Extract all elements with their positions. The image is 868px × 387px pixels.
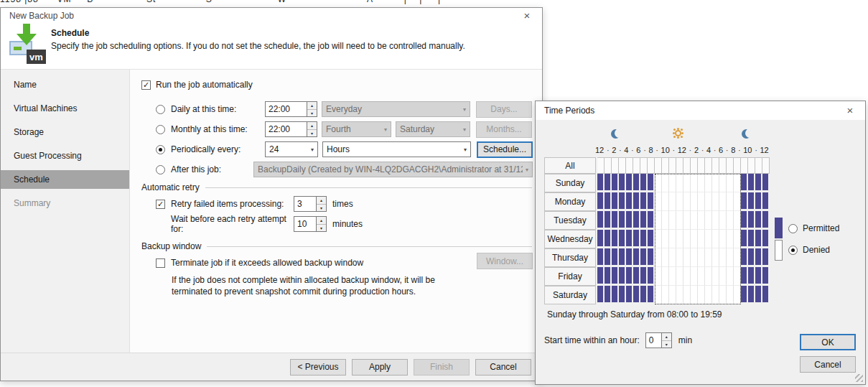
grid-cell[interactable] [662,248,669,267]
grid-cell[interactable] [648,157,655,174]
sidebar-item-guest-processing[interactable]: Guest Processing [1,146,129,165]
grid-cell[interactable] [648,286,655,304]
grid-cell[interactable] [719,248,727,267]
grid-cell[interactable] [640,248,648,267]
close-icon[interactable]: × [844,104,857,117]
grid-cell[interactable] [741,286,748,304]
spin-down-icon[interactable]: ▾ [307,129,317,137]
grid-cell[interactable] [655,248,662,267]
grid-cell[interactable] [633,286,640,304]
spin-up-icon[interactable]: ▴ [317,217,326,224]
grid-cell[interactable] [612,267,619,286]
grid-cell[interactable] [755,230,762,248]
grid-cell[interactable] [683,230,691,248]
grid-cell[interactable] [748,230,755,248]
grid-cell[interactable] [691,230,698,248]
grid-cell[interactable] [698,174,705,192]
day-header-thursday[interactable]: Thursday [544,248,596,267]
after-job-radio[interactable] [156,165,165,174]
grid-cell[interactable] [741,211,748,230]
grid-cell[interactable] [669,267,676,286]
grid-cell[interactable] [748,174,755,192]
grid-cell[interactable] [734,192,741,211]
grid-cell[interactable] [698,211,705,230]
grid-cell[interactable] [676,286,683,304]
grid-cell[interactable] [633,157,640,174]
grid-cell[interactable] [605,174,612,192]
grid-cell[interactable] [612,286,619,304]
grid-cell[interactable] [683,192,691,211]
schedule-button[interactable]: Schedule... [477,141,533,158]
grid-cell[interactable] [748,192,755,211]
spin-up-icon[interactable]: ▴ [307,122,317,129]
grid-cell[interactable] [741,157,748,174]
grid-cell[interactable] [691,267,698,286]
grid-cell[interactable] [705,157,712,174]
resize-grip[interactable] [855,374,863,382]
grid-cell[interactable] [619,248,626,267]
grid-cell[interactable] [619,230,626,248]
grid-cell[interactable] [655,157,662,174]
grid-cell[interactable] [762,174,770,192]
grid-cell[interactable] [762,286,770,304]
monthly-radio[interactable] [156,125,165,134]
day-header-wednesday[interactable]: Wednesday [544,230,596,248]
grid-cell[interactable] [748,286,755,304]
grid-cell[interactable] [755,211,762,230]
spin-down-icon[interactable]: ▾ [307,109,317,117]
grid-cell[interactable] [691,192,698,211]
grid-cell[interactable] [626,286,633,304]
grid-cell[interactable] [748,157,755,174]
grid-cell[interactable] [719,157,727,174]
grid-cell[interactable] [755,267,762,286]
grid-cell[interactable] [597,211,605,230]
ok-button[interactable]: OK [800,334,856,350]
sidebar-item-virtual-machines[interactable]: Virtual Machines [1,99,129,118]
grid-cell[interactable] [691,211,698,230]
grid-cell[interactable] [755,157,762,174]
grid-cell[interactable] [648,230,655,248]
grid-cell[interactable] [633,230,640,248]
day-header-sunday[interactable]: Sunday [544,174,596,192]
grid-cell[interactable] [633,267,640,286]
apply-button[interactable]: Apply [352,359,408,376]
grid-cell[interactable] [683,267,691,286]
grid-cell[interactable] [719,174,727,192]
grid-cell[interactable] [755,286,762,304]
grid-cell[interactable] [612,174,619,192]
grid-cell[interactable] [691,286,698,304]
grid-cell[interactable] [712,267,719,286]
previous-button[interactable]: < Previous [290,359,346,376]
sidebar-item-storage[interactable]: Storage [1,123,129,141]
grid-cell[interactable] [626,267,633,286]
grid-cell[interactable] [655,211,662,230]
grid-cell[interactable] [762,211,770,230]
grid-cell[interactable] [605,286,612,304]
grid-cell[interactable] [640,230,648,248]
grid-cell[interactable] [669,174,676,192]
grid-cell[interactable] [597,192,605,211]
grid-cell[interactable] [612,157,619,174]
grid-cell[interactable] [762,230,770,248]
grid-cell[interactable] [741,192,748,211]
grid-cell[interactable] [691,248,698,267]
grid-cell[interactable] [662,211,669,230]
grid-cell[interactable] [762,267,770,286]
grid-cell[interactable] [648,248,655,267]
grid-cell[interactable] [727,248,734,267]
spin-down-icon[interactable]: ▾ [317,204,326,212]
spin-up-icon[interactable]: ▴ [317,197,326,204]
grid-cell[interactable] [612,192,619,211]
permitted-radio[interactable] [788,224,798,233]
grid-cell[interactable] [619,174,626,192]
grid-cell[interactable] [655,230,662,248]
grid-cell[interactable] [705,286,712,304]
grid-cell[interactable] [626,230,633,248]
grid-cell[interactable] [626,157,633,174]
grid-cell[interactable] [626,174,633,192]
grid-cell[interactable] [705,267,712,286]
grid-cell[interactable] [662,157,669,174]
grid-cell[interactable] [655,267,662,286]
grid-cell[interactable] [712,248,719,267]
grid-cell[interactable] [619,192,626,211]
